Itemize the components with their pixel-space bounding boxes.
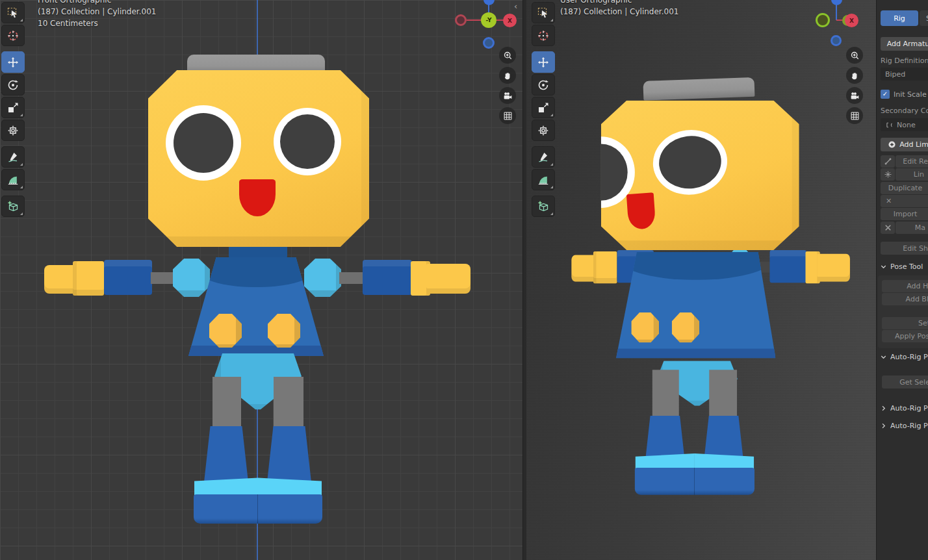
add-blink-button[interactable]: Add Blin <box>882 293 928 305</box>
get-selected-button[interactable]: Get Selec <box>882 375 928 388</box>
viewport-user[interactable]: User Orthographic (187) Collection | Cyl… <box>526 0 928 560</box>
pan-button[interactable] <box>499 67 516 84</box>
add-limb-button[interactable]: Add Limb <box>881 138 928 151</box>
add-hand-button[interactable]: Add Ha <box>882 280 928 292</box>
robot-shoulder-right <box>304 259 341 297</box>
robot-chest <box>616 252 776 280</box>
robot-leg-right <box>709 370 737 423</box>
gizmo-neg-z-ball[interactable] <box>483 37 495 49</box>
select-box-tool-button[interactable] <box>1 2 25 23</box>
tool-group-corner-icon <box>550 186 553 188</box>
chevron-right-icon <box>879 422 888 430</box>
link-button[interactable]: Lin <box>896 168 928 181</box>
auto-rig-pro-header-3[interactable]: Auto-Rig Pro <box>879 422 928 430</box>
edit-reference-button[interactable]: Edit Re <box>896 155 928 168</box>
set-button[interactable]: Set <box>882 317 928 329</box>
robot-model-preview[interactable] <box>526 8 828 529</box>
robot-wrist-left <box>73 261 104 296</box>
add-cube-tool-button[interactable] <box>1 196 25 217</box>
rig-definition-label: Rig Definition: <box>881 57 928 65</box>
rotate-tool-button[interactable] <box>532 74 555 95</box>
camera-button[interactable] <box>499 87 516 104</box>
import-button[interactable]: Import <box>881 208 928 220</box>
transform-tool-button[interactable] <box>532 120 555 141</box>
sidebar-collapse-arrow[interactable]: ‹ <box>514 1 517 11</box>
blender-window: Front Orthographic (187) Collection | Cy… <box>0 0 928 560</box>
bones-icon-button[interactable] <box>881 222 895 234</box>
annotate-tool-button[interactable] <box>1 146 25 168</box>
robot-belt <box>616 349 776 359</box>
robot-model[interactable] <box>0 0 522 560</box>
add-armature-button[interactable]: Add Armature <box>881 37 928 51</box>
move-tool-button[interactable] <box>1 51 25 73</box>
robot-boot-right <box>267 426 311 482</box>
move-tool-button[interactable] <box>532 51 555 73</box>
auto-rig-pro-header-2[interactable]: Auto-Rig Pro <box>879 404 928 413</box>
zoom-button[interactable] <box>846 47 863 64</box>
grid-button[interactable] <box>499 107 516 124</box>
tool-group-corner-icon <box>20 19 23 21</box>
cursor-tool-button[interactable] <box>1 25 25 46</box>
init-scale-checkbox[interactable]: ✓ <box>881 90 890 99</box>
gizmo-x-ball[interactable]: X <box>503 14 517 27</box>
annotate-tool-button[interactable] <box>532 146 555 168</box>
robot-mouth <box>239 179 276 216</box>
robot-feet-seam <box>257 494 258 524</box>
gizmo-z-ball[interactable] <box>831 0 842 5</box>
select-box-tool-button[interactable] <box>532 2 555 23</box>
robot-shoulder-left <box>173 259 210 297</box>
apply-pose-button[interactable]: Apply Pose <box>882 330 928 342</box>
auto-rig-pro-panel: Rig S Add Armature Rig Definition: Biped… <box>876 0 928 560</box>
duplicate-button[interactable]: Duplicate <box>881 182 928 194</box>
edit-shape-button[interactable]: Edit Sh <box>881 242 928 255</box>
gizmo-x-ball[interactable]: X <box>845 14 858 27</box>
add-cube-tool-button[interactable] <box>532 196 555 217</box>
armature-icon-button[interactable] <box>881 155 895 168</box>
pose-tools-header[interactable]: Pose Tool <box>879 262 923 271</box>
gizmo-y-ball[interactable] <box>816 13 830 27</box>
camera-button[interactable] <box>846 87 863 104</box>
viewport-header: Front Orthographic (187) Collection | Cy… <box>38 0 156 29</box>
bones-icon <box>884 223 892 232</box>
rig-definition-dropdown[interactable]: Biped <box>881 68 928 81</box>
add-limb-label: Add Limb <box>899 140 928 149</box>
zoom-button[interactable] <box>499 47 516 64</box>
collection-info: (187) Collection | Cylinder.001 <box>38 6 156 18</box>
robot-forearm-right <box>769 250 806 283</box>
robot-leg-left <box>652 370 679 423</box>
tool-group-corner-icon <box>550 212 553 215</box>
robot-hand-left <box>571 255 596 282</box>
measure-tool-button[interactable] <box>1 169 25 190</box>
match-button[interactable]: Ma <box>896 222 928 234</box>
tool-group-corner-icon <box>20 212 23 215</box>
gizmo-neg-y-ball[interactable]: -Y <box>481 12 496 28</box>
pan-button[interactable] <box>846 67 863 84</box>
auto-rig-pro-header[interactable]: Auto-Rig Pro <box>879 353 928 361</box>
scale-tool-button[interactable] <box>532 97 555 118</box>
viewport-front[interactable]: Front Orthographic (187) Collection | Cy… <box>0 0 522 560</box>
viewport-header: User Orthographic (187) Collection | Cyl… <box>560 0 678 18</box>
gizmo-neg-z-ball[interactable] <box>831 35 842 46</box>
nav-buttons <box>499 47 516 127</box>
measure-tool-button[interactable] <box>532 169 555 190</box>
secondary-controllers-dropdown[interactable]: None <box>881 118 928 131</box>
scale-tool-button[interactable] <box>1 97 25 118</box>
delete-button[interactable]: ✕ <box>881 195 928 207</box>
pose-tools-label: Pose Tool <box>890 262 923 271</box>
collection-info: (187) Collection | Cylinder.001 <box>560 6 678 18</box>
rotate-tool-button[interactable] <box>1 74 25 95</box>
cursor-tool-button[interactable] <box>532 25 555 46</box>
robot-pupil-left <box>174 113 233 173</box>
sparkle-icon-button[interactable] <box>881 168 895 181</box>
gizmo-neg-x-ball[interactable] <box>455 14 467 26</box>
tab-rig[interactable]: Rig <box>881 10 918 26</box>
robot-eye-right <box>649 125 731 199</box>
tool-shelf <box>532 2 556 218</box>
grid-button[interactable] <box>846 107 863 124</box>
robot-forearm-right <box>363 260 412 295</box>
transform-tool-button[interactable] <box>1 120 25 141</box>
robot-arm-right <box>302 257 477 299</box>
robot-pupil-left <box>574 144 628 200</box>
tab-skin[interactable]: S <box>920 10 928 26</box>
robot-pupil-right <box>656 133 724 192</box>
